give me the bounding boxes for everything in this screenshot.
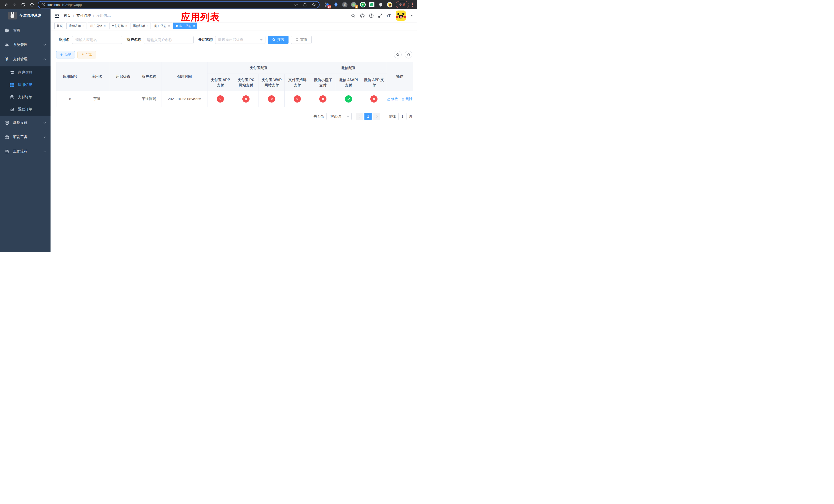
extension-gem-icon[interactable]: [333, 2, 339, 7]
sidebar-item-app-info[interactable]: 应用信息: [0, 79, 50, 91]
browser-reload-button[interactable]: [21, 3, 25, 7]
close-icon[interactable]: ×: [168, 24, 170, 27]
sidebar-item-refund-orders[interactable]: 退款订单: [0, 103, 50, 116]
prev-page-button[interactable]: [356, 113, 363, 120]
share-icon[interactable]: [303, 3, 307, 7]
close-icon[interactable]: ×: [125, 24, 127, 27]
tab-home[interactable]: 首页: [54, 23, 65, 29]
briefcase-icon: [4, 149, 9, 154]
extensions-puzzle-icon[interactable]: [378, 2, 384, 7]
dashboard-icon: [4, 28, 9, 33]
sidebar-item-system[interactable]: 系统管理: [0, 38, 50, 52]
user-avatar[interactable]: [396, 10, 406, 21]
extension-command-icon[interactable]: ⌘: [342, 2, 348, 7]
monitor-chart-icon: [4, 120, 9, 125]
tab-user-group[interactable]: 用户分组×: [88, 23, 108, 29]
password-key-icon[interactable]: [294, 3, 298, 7]
app-name-input[interactable]: [72, 36, 122, 44]
sidebar-item-infrastructure[interactable]: 基础设施: [0, 116, 50, 130]
alipay-app-cross-icon: [217, 95, 224, 102]
font-size-icon[interactable]: TT: [387, 14, 391, 18]
url-text[interactable]: localhost:1024/pay/app: [47, 3, 82, 7]
store-icon: [10, 70, 14, 75]
app-title: 芋道管理系统: [20, 13, 41, 18]
chrome-update-button[interactable]: 更新: [396, 1, 409, 8]
browser-forward-button[interactable]: [12, 3, 17, 7]
browser-home-button[interactable]: [30, 3, 34, 7]
url-path: :1024/pay/app: [61, 3, 82, 7]
status-select[interactable]: 请选择开启状态: [215, 36, 265, 44]
header-search-icon[interactable]: [351, 13, 356, 18]
wx-app-cross-icon: [370, 95, 377, 102]
add-button[interactable]: 新增: [56, 51, 75, 59]
cell-app-name: 芋道: [84, 91, 110, 107]
col-status: 开启状态: [110, 62, 136, 91]
help-icon[interactable]: [369, 13, 374, 18]
col-merchant: 商户名称: [136, 62, 161, 91]
export-button[interactable]: 导出: [78, 51, 96, 59]
sidebar-item-payment[interactable]: ¥ 支付管理: [0, 52, 50, 66]
page-number-1[interactable]: 1: [365, 113, 372, 120]
breadcrumb-separator: /: [93, 14, 94, 18]
wx-jsapi-check-icon: [345, 95, 352, 102]
site-info-icon[interactable]: [41, 3, 45, 7]
extension-chat-icon[interactable]: [369, 2, 375, 7]
toggle-search-button[interactable]: [394, 51, 402, 59]
breadcrumb-section[interactable]: 支付管理: [76, 13, 91, 18]
goto-page-input[interactable]: [398, 113, 407, 120]
extension-y-icon[interactable]: y: [360, 2, 366, 7]
sidebar-item-merchant-info[interactable]: 商户信息: [0, 66, 50, 79]
page-size-select[interactable]: 10条/页: [327, 113, 352, 120]
chrome-menu-icon[interactable]: [411, 3, 415, 7]
breadcrumb-current: 应用信息: [96, 13, 111, 18]
github-icon[interactable]: [360, 13, 365, 18]
reset-button[interactable]: 重置: [291, 36, 312, 44]
next-page-button[interactable]: [373, 113, 380, 120]
extension-sketch-icon[interactable]: ◆ 10: [324, 2, 330, 7]
tab-merchant-info[interactable]: 商户信息×: [152, 23, 172, 29]
bookmark-star-icon[interactable]: [312, 3, 316, 7]
sidebar-item-label: 系统管理: [13, 43, 43, 47]
documents-icon: [10, 108, 14, 112]
chevron-down-icon: [260, 39, 263, 41]
sidebar-item-home[interactable]: 首页: [0, 23, 50, 38]
sidebar-item-workflow[interactable]: 工作流程: [0, 144, 50, 159]
fullscreen-icon[interactable]: [378, 13, 383, 18]
profile-avatar-icon[interactable]: [387, 2, 393, 7]
col-alipay-qr: 支付宝扫码支付: [285, 74, 310, 91]
tab-pay-orders[interactable]: 支付订单×: [109, 23, 129, 29]
col-wx-app: 微信 APP 支付: [361, 74, 387, 91]
tab-process-form[interactable]: 流程表单×: [66, 23, 86, 29]
logo-avatar: [8, 12, 17, 20]
delete-link[interactable]: 删除: [401, 97, 413, 101]
close-icon[interactable]: ×: [104, 24, 105, 27]
close-icon[interactable]: ×: [193, 24, 195, 27]
col-alipay-pc: 支付宝 PC 网站支付: [233, 74, 259, 91]
goto-label: 前往: [389, 114, 396, 119]
close-icon[interactable]: ×: [147, 24, 148, 27]
sidebar-item-dev-tools[interactable]: 研发工具: [0, 130, 50, 144]
sidebar-item-label: 支付订单: [18, 95, 32, 99]
extension-recorder-icon[interactable]: 1: [351, 2, 357, 7]
search-button[interactable]: 搜索: [268, 36, 288, 44]
table-row: 6 芋道 芋道源码 2021-10-23 08:49:25 修改: [57, 91, 413, 107]
close-icon[interactable]: ×: [82, 24, 84, 27]
sidebar-item-label: 基础设施: [13, 120, 43, 125]
top-navbar: 首页 / 支付管理 / 应用信息 TT: [50, 9, 417, 22]
address-bar[interactable]: localhost:1024/pay/app: [38, 1, 320, 8]
table-toolbar: 新增 导出: [56, 51, 413, 59]
app-logo: 芋道管理系统: [0, 9, 50, 22]
breadcrumb-home[interactable]: 首页: [64, 13, 71, 18]
avatar-caret-icon[interactable]: [410, 15, 413, 17]
tab-refund-orders[interactable]: 退款订单×: [131, 23, 151, 29]
sidebar-collapse-icon[interactable]: [54, 14, 61, 18]
browser-back-button[interactable]: [4, 3, 8, 7]
sidebar: 芋道管理系统 首页 系统管理 ¥ 支付管理 商户信息: [0, 9, 50, 252]
cell-merchant: 芋道源码: [136, 91, 161, 107]
sidebar-item-pay-orders[interactable]: 支付订单: [0, 91, 50, 103]
col-created: 创建时间: [161, 62, 207, 91]
alipay-wap-cross-icon: [268, 95, 275, 102]
merchant-name-input[interactable]: [144, 36, 194, 44]
refresh-button[interactable]: [405, 51, 412, 59]
edit-link[interactable]: 修改: [387, 97, 398, 101]
